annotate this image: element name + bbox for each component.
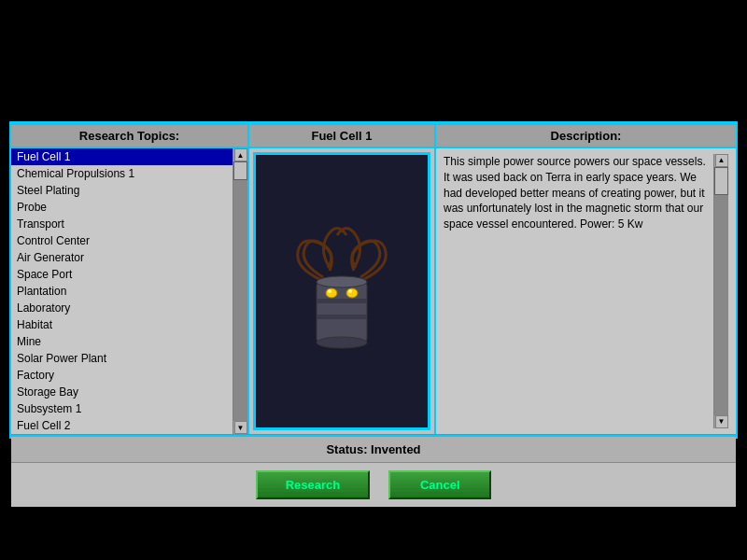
- topic-item[interactable]: Control Center: [11, 232, 233, 249]
- svg-rect-3: [317, 299, 367, 303]
- svg-rect-4: [317, 315, 367, 319]
- scrollbar[interactable]: ▲ ▼: [233, 148, 247, 434]
- topic-item[interactable]: Steel Plating: [11, 182, 233, 199]
- scroll-track[interactable]: [233, 161, 247, 421]
- dialog-main: Research Topics: Fuel Cell 1Chemical Pro…: [11, 123, 736, 435]
- left-panel: Research Topics: Fuel Cell 1Chemical Pro…: [11, 123, 249, 434]
- desc-scroll-up-btn[interactable]: ▲: [715, 154, 728, 167]
- topics-header: Research Topics:: [11, 123, 247, 148]
- research-button[interactable]: Research: [256, 470, 371, 499]
- topic-item[interactable]: Habitat: [11, 316, 233, 333]
- scroll-down-btn[interactable]: ▼: [234, 421, 247, 434]
- cancel-button-label: Cancel: [420, 478, 460, 492]
- topic-item[interactable]: Probe: [11, 199, 233, 216]
- desc-text: This simple power source powers our spac…: [444, 154, 713, 428]
- topic-item[interactable]: Plantation: [11, 283, 233, 300]
- topic-item[interactable]: Storage Bay: [11, 384, 233, 400]
- svg-point-1: [317, 276, 367, 287]
- cancel-button[interactable]: Cancel: [388, 470, 491, 499]
- right-panel: Description: This simple power source po…: [436, 123, 736, 434]
- topics-list[interactable]: Fuel Cell 1Chemical Propulsions 1Steel P…: [11, 148, 247, 434]
- list-content: Fuel Cell 1Chemical Propulsions 1Steel P…: [11, 148, 233, 434]
- status-bar: Status: Invented: [11, 435, 736, 462]
- desc-scroll-track[interactable]: [714, 167, 728, 415]
- desc-content: This simple power source powers our spac…: [436, 148, 736, 434]
- topic-item[interactable]: Mine: [11, 333, 233, 350]
- item-image-area: [253, 152, 430, 430]
- topic-item[interactable]: Air Generator: [11, 249, 233, 266]
- desc-scroll: This simple power source powers our spac…: [444, 154, 728, 428]
- research-button-label: Research: [286, 478, 341, 492]
- topic-item[interactable]: Fuel Cell 1: [11, 148, 233, 165]
- scroll-up-btn[interactable]: ▲: [234, 148, 247, 161]
- svg-point-6: [346, 288, 358, 298]
- topic-item[interactable]: Space Port: [11, 266, 233, 283]
- middle-panel: Fuel Cell 1: [249, 123, 436, 434]
- svg-point-8: [348, 289, 352, 293]
- desc-header: Description:: [436, 123, 736, 148]
- topic-item[interactable]: Fuel Cell 2: [11, 417, 233, 434]
- topic-item[interactable]: Solar Power Plant: [11, 350, 233, 367]
- buttons-row: Research Cancel: [11, 462, 736, 507]
- scroll-thumb[interactable]: [233, 161, 247, 180]
- topic-item[interactable]: Laboratory: [11, 300, 233, 316]
- svg-rect-0: [317, 282, 367, 343]
- svg-point-5: [326, 288, 337, 298]
- topic-item[interactable]: Transport: [11, 216, 233, 232]
- svg-point-2: [317, 337, 367, 348]
- desc-scrollbar[interactable]: ▲ ▼: [713, 154, 728, 428]
- desc-scroll-down-btn[interactable]: ▼: [715, 415, 728, 428]
- topic-item[interactable]: Factory: [11, 367, 233, 384]
- topic-item[interactable]: Chemical Propulsions 1: [11, 165, 233, 182]
- topic-item[interactable]: Subsystem 1: [11, 400, 233, 417]
- research-dialog: Research Topics: Fuel Cell 1Chemical Pro…: [9, 121, 738, 439]
- item-header: Fuel Cell 1: [249, 123, 434, 148]
- desc-scroll-thumb[interactable]: [714, 167, 728, 195]
- fuel-cell-image: [290, 226, 393, 357]
- svg-point-7: [328, 289, 331, 293]
